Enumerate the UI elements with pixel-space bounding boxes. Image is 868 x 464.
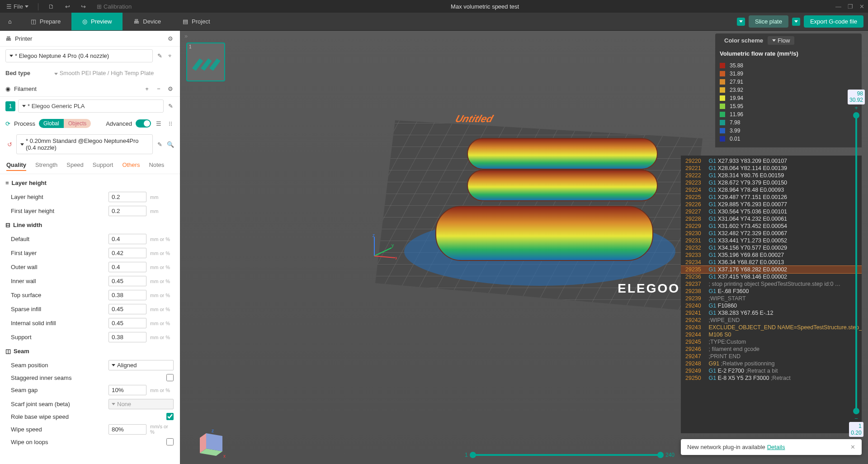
gcode-line[interactable]: 29238 G1 E-.68 F3600 (681, 288, 862, 295)
bedtype-select[interactable]: Smooth PEI Plate / High Temp Plate (51, 68, 175, 78)
gcode-line[interactable]: 29220 G1 X27.933 Y83.209 E0.00107 (681, 157, 862, 165)
global-objects-toggle[interactable]: Global Objects (39, 119, 91, 128)
gcode-line[interactable]: 29235 G1 X37.176 Y68.282 E0.00002 (681, 266, 862, 273)
gcode-line[interactable]: 29230 G1 X32.482 Y72.329 E0.00067 (681, 230, 862, 237)
gcode-line[interactable]: 29242 ;WIPE_END (681, 317, 862, 324)
edit-icon[interactable]: ✎ (166, 102, 175, 110)
horizontal-slider[interactable]: 1 240 (461, 450, 678, 459)
export-dropdown[interactable] (792, 18, 800, 26)
gcode-line[interactable]: 29221 G1 X28.064 Y82.114 E0.00139 (681, 165, 862, 172)
scarf-select[interactable]: None (108, 399, 174, 409)
gcode-line[interactable]: 29243 EXCLUDE_OBJECT_END NAME=SpeedTestS… (681, 324, 862, 331)
edit-icon[interactable]: ✎ (156, 52, 164, 60)
minus-icon[interactable]: − (155, 85, 163, 93)
plate-thumbnail[interactable]: 1 (186, 43, 225, 81)
export-gcode-button[interactable]: Export G-code file (804, 15, 863, 28)
gear-icon[interactable]: ⚙ (166, 34, 175, 43)
gcode-line[interactable]: 29226 G1 X29.885 Y76.293 E0.00077 (681, 201, 862, 208)
tab-others[interactable]: Others (122, 160, 140, 171)
colorscheme-select[interactable]: Flow (768, 36, 794, 45)
gcode-line[interactable]: 29234 G1 X36.34 Y68.827 E0.00013 (681, 259, 862, 266)
eject-icon[interactable]: » (184, 33, 188, 39)
plus-icon[interactable]: + (854, 104, 858, 111)
edit-icon[interactable]: ✎ (156, 140, 164, 148)
redo-icon[interactable]: ↪ (78, 1, 89, 12)
gcode-line[interactable]: 29241 G1 X38.283 Y67.65 E-.12 (681, 309, 862, 317)
seam-position-select[interactable]: Aligned (108, 360, 174, 370)
param-lw_top-input[interactable] (108, 290, 146, 300)
gcode-line[interactable]: 29229 G1 X31.602 Y73.452 E0.00054 (681, 223, 862, 230)
nav-preview[interactable]: ◎Preview (71, 13, 123, 30)
maximize-icon[interactable]: ❐ (848, 3, 853, 10)
gcode-line[interactable]: 29225 G1 X29.487 Y77.151 E0.00126 (681, 194, 862, 201)
param-lw_support-input[interactable] (108, 332, 146, 342)
gcode-line[interactable]: 29224 G1 X28.964 Y78.48 E0.00093 (681, 186, 862, 194)
nav-prepare[interactable]: ◫Prepare (20, 13, 71, 30)
gcode-line[interactable]: 29231 G1 X33.441 Y71.273 E0.00052 (681, 237, 862, 244)
tab-strength[interactable]: Strength (35, 160, 57, 171)
notif-close-icon[interactable]: ✕ (850, 444, 855, 450)
param-lw_first-input[interactable] (108, 248, 146, 258)
wipeloops-checkbox[interactable] (166, 438, 174, 445)
gcode-line[interactable]: 29248 G91 ;Relative positionning (681, 360, 862, 367)
minimize-icon[interactable]: — (835, 3, 841, 10)
menu-calibration[interactable]: ⊞ Calibration (94, 1, 134, 12)
list-icon[interactable]: ☰ (155, 119, 163, 128)
nav-home[interactable]: ⌂ (0, 13, 20, 30)
gcode-line[interactable]: 29237 ; stop printing object SpeedTestSt… (681, 280, 862, 288)
staggered-checkbox[interactable] (166, 374, 174, 381)
menu-file[interactable]: ☰ File (4, 1, 31, 12)
notif-details-link[interactable]: Details (767, 444, 785, 450)
process-profile-select[interactable]: * 0.20mm Standard @Elegoo Neptune4Pro (0… (16, 134, 153, 154)
3d-viewport[interactable]: » 1 Untitled (180, 31, 868, 464)
gcode-line[interactable]: 29223 G1 X28.672 Y79.379 E0.00150 (681, 179, 862, 186)
filament-select[interactable]: * Elegoo Generic PLA (18, 99, 164, 113)
param-lw_default-input[interactable] (108, 234, 146, 244)
gcode-line[interactable]: 29228 G1 X31.064 Y74.232 E0.00061 (681, 215, 862, 223)
slice-dropdown[interactable] (737, 18, 745, 26)
gcode-line[interactable]: 29239 ;WIPE_START (681, 295, 862, 302)
gcode-line[interactable]: 29222 G1 X28.314 Y80.76 E0.00159 (681, 172, 862, 179)
slice-plate-button[interactable]: Slice plate (749, 15, 788, 28)
undo-icon[interactable]: ↩ (62, 1, 73, 12)
param-lw_solid-input[interactable] (108, 318, 146, 328)
gcode-line[interactable]: 29244 M106 S0 (681, 331, 862, 338)
gcode-line[interactable]: 29233 G1 X35.196 Y69.68 E0.00027 (681, 251, 862, 259)
param-lw_inner-input[interactable] (108, 276, 146, 286)
advanced-switch[interactable] (136, 119, 151, 128)
param-seam_gap-input[interactable] (108, 385, 146, 395)
param-lw_outer-input[interactable] (108, 262, 146, 272)
param-first_layer_height-input[interactable] (108, 206, 146, 216)
gcode-line[interactable]: 29240 G1 F10860 (681, 302, 862, 309)
view-cube[interactable]: x z (197, 428, 229, 459)
tab-speed[interactable]: Speed (66, 160, 84, 171)
search-icon[interactable]: 🔍 (166, 140, 175, 148)
wifi-icon[interactable]: ᯤ (166, 52, 175, 60)
minus-icon[interactable]: − (854, 415, 858, 422)
rolewipe-checkbox[interactable] (166, 413, 174, 420)
tab-quality[interactable]: Quality (6, 160, 26, 171)
close-icon[interactable]: ✕ (859, 3, 864, 10)
printer-select[interactable]: * Elegoo Neptune 4 Pro (0.4 nozzle) (5, 49, 153, 62)
gcode-line[interactable]: 29246 ; filament end gcode (681, 346, 862, 353)
gcode-line[interactable]: 29232 G1 X34.156 Y70.577 E0.00029 (681, 244, 862, 251)
gcode-line[interactable]: 29227 G1 X30.564 Y75.036 E0.00101 (681, 208, 862, 215)
param-lw_sparse-input[interactable] (108, 304, 146, 314)
tab-support[interactable]: Support (93, 160, 113, 171)
param-wipe_speed-input[interactable] (108, 424, 146, 435)
reset-icon[interactable]: ↺ (5, 140, 14, 148)
settings-icon[interactable]: ⁝⁝ (166, 119, 175, 128)
filament-swatch[interactable]: 1 (5, 101, 15, 111)
tab-notes[interactable]: Notes (149, 160, 164, 171)
plus-icon[interactable]: + (143, 85, 151, 93)
nav-device[interactable]: 🖶Device (123, 13, 172, 30)
gcode-line[interactable]: 29247 ;PRINT END (681, 353, 862, 360)
save-icon[interactable]: 🗋 (46, 1, 57, 12)
vertical-slider[interactable]: 9830.92 + − 10.20 (846, 90, 866, 437)
param-layer_height-input[interactable] (108, 192, 146, 202)
gcode-panel[interactable]: 29220 G1 X27.933 Y83.209 E0.0010729221 G… (681, 156, 862, 433)
gear-icon[interactable]: ⚙ (166, 85, 175, 93)
gcode-line[interactable]: 29250 G1 E-8 X5 Y5 Z3 F3000 ;Retract (681, 374, 862, 382)
gcode-line[interactable]: 29245 ;TYPE:Custom (681, 338, 862, 346)
params-scroll[interactable]: ≡Layer height Layer height mm First laye… (0, 174, 180, 464)
